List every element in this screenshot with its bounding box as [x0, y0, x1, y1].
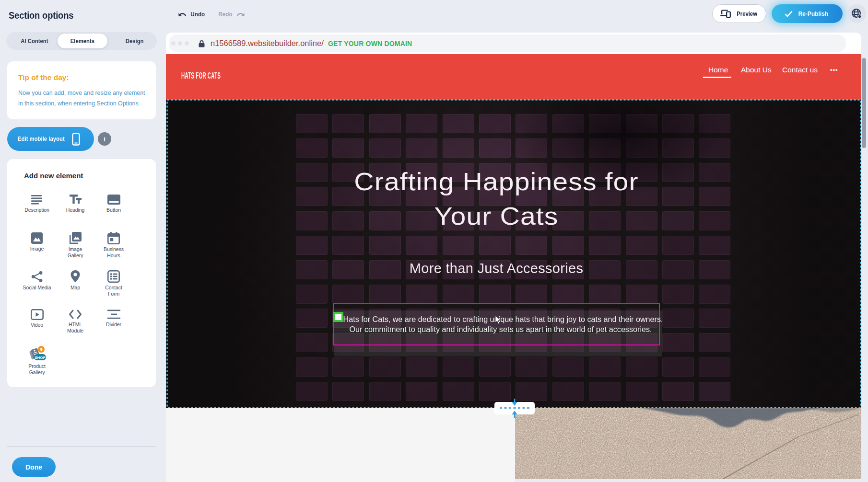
svg-text:SHOP: SHOP	[35, 356, 46, 360]
